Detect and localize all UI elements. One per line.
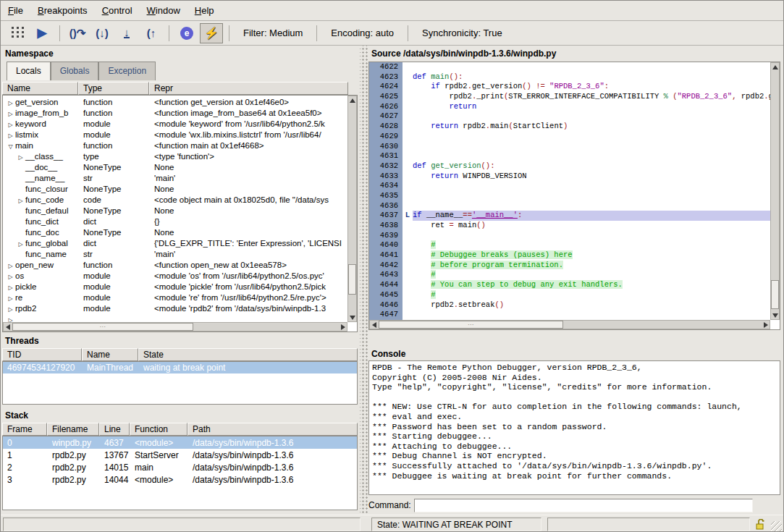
tab-locals[interactable]: Locals: [7, 62, 51, 80]
source-line[interactable]: 4623def main():: [369, 72, 770, 83]
collapse-icon[interactable]: ▽: [6, 143, 15, 150]
expand-icon[interactable]: ▷: [6, 295, 15, 302]
source-line[interactable]: 4624 if rpdb2.get_version() != "RPDB_2_3…: [369, 82, 770, 92]
source-line[interactable]: 4646 rpdb2.setbreak(): [369, 300, 770, 311]
source-line[interactable]: 4639: [369, 231, 770, 241]
namespace-row[interactable]: ▷get_versionfunction<function get_versio…: [3, 96, 348, 107]
column-header-type[interactable]: Type: [78, 82, 149, 95]
scroll-up-icon[interactable]: [350, 96, 355, 103]
source-line[interactable]: 4641 # Debuggee breaks (pauses) here: [369, 250, 770, 261]
source-line[interactable]: 4627: [369, 111, 770, 122]
column-header-path[interactable]: Path: [187, 423, 358, 436]
step-over-button[interactable]: ()↷: [66, 23, 89, 43]
namespace-row[interactable]: ▷picklemodule<module 'pickle' from '/usr…: [3, 281, 348, 292]
tab-globals[interactable]: Globals: [51, 62, 99, 80]
resize-grip[interactable]: [771, 521, 782, 532]
go-button[interactable]: ▶: [30, 23, 54, 43]
synchronicity-button[interactable]: ⚡: [200, 23, 223, 43]
namespace-row[interactable]: ▷listmixmodule<module 'wx.lib.mixins.lis…: [3, 129, 348, 140]
namespace-row[interactable]: ▷open_newfunction<function open_new at 0…: [3, 259, 348, 270]
source-line[interactable]: 4628 return rpdb2.main(StartClient): [369, 122, 770, 132]
scroll-left-icon[interactable]: [369, 322, 376, 328]
column-header-state[interactable]: State: [138, 348, 358, 361]
namespace-hscrollbar[interactable]: ⋯: [3, 322, 347, 332]
namespace-row[interactable]: ▷osmodule<module 'os' from '/usr/lib64/p…: [3, 270, 348, 281]
source-vscrollbar[interactable]: [770, 62, 780, 320]
source-line[interactable]: 4633 return WINPDB_VERSION: [369, 172, 770, 182]
namespace-vscrollbar[interactable]: [347, 96, 357, 322]
thread-row[interactable]: 46974534127920MainThreadwaiting at break…: [3, 362, 357, 373]
source-line[interactable]: 4642 # before program termination.: [369, 261, 770, 271]
source-line[interactable]: 4635: [369, 191, 770, 201]
expand-icon[interactable]: ▷: [6, 122, 15, 128]
namespace-row[interactable]: func_defaulNoneTypeNone: [3, 205, 348, 216]
command-input[interactable]: [414, 499, 753, 512]
namespace-row[interactable]: ▷__class__type<type 'function'>: [3, 151, 348, 161]
stack-frame-row[interactable]: 1rpdb2.py13767StartServer/data/sys/bin/w…: [3, 449, 357, 461]
column-header-frame[interactable]: Frame: [2, 423, 47, 436]
namespace-row[interactable]: ▷rpdb2module<module 'rpdb2' from '/data/…: [3, 303, 348, 313]
namespace-row[interactable]: ▷remodule<module 're' from '/usr/lib64/p…: [3, 292, 348, 303]
namespace-row[interactable]: func_docNoneTypeNone: [3, 227, 348, 237]
namespace-row[interactable]: func_namestr'main': [3, 248, 348, 259]
source-code-area[interactable]: 46224623def main():4624 if rpdb2.get_ver…: [368, 62, 780, 330]
menu-window[interactable]: Window: [140, 2, 187, 19]
source-line[interactable]: 4640 #: [369, 240, 770, 250]
source-line[interactable]: 4625 rpdb2._print(STR_ERROR_INTERFACE_CO…: [369, 92, 770, 102]
column-header-function[interactable]: Function: [130, 423, 187, 436]
source-line[interactable]: 4629: [369, 132, 770, 142]
stack-frame-row[interactable]: 3rpdb2.py14044<module>/data/sys/bin/winp…: [3, 473, 357, 486]
expand-icon[interactable]: ▷: [6, 263, 15, 269]
scroll-right-icon[interactable]: [764, 322, 771, 328]
column-header-filename[interactable]: Filename: [47, 423, 99, 436]
scroll-down-icon[interactable]: [350, 316, 355, 323]
source-line[interactable]: 4622: [369, 62, 770, 72]
stack-frame-row[interactable]: 2rpdb2.py14015main/data/sys/bin/winpdb-1…: [3, 461, 357, 473]
source-line[interactable]: 4638 ret = main(): [369, 221, 770, 231]
encoding-button[interactable]: e: [175, 23, 198, 43]
vertical-splitter[interactable]: [360, 46, 368, 515]
break-button[interactable]: [6, 23, 29, 43]
namespace-row[interactable]: ▷keywordmodule<module 'keyword' from '/u…: [3, 118, 348, 129]
column-header-line[interactable]: Line: [99, 423, 130, 436]
source-hscrollbar[interactable]: ⋯: [369, 320, 770, 329]
source-line[interactable]: 4645 #: [369, 290, 770, 300]
column-header-tid[interactable]: TID: [2, 348, 82, 361]
expand-icon[interactable]: ▷: [6, 100, 15, 106]
namespace-row[interactable]: func_dictdict{}: [3, 216, 348, 227]
source-line[interactable]: 4631: [369, 151, 770, 161]
namespace-row[interactable]: ▽mainfunction<function main at 0x1ef4668…: [3, 140, 348, 151]
column-header-name[interactable]: Name: [2, 82, 78, 95]
expand-icon[interactable]: ▷: [16, 241, 25, 248]
menu-control[interactable]: Control: [95, 2, 140, 19]
menu-breakpoints[interactable]: Breakpoints: [30, 2, 95, 19]
scrollbar-thumb[interactable]: ⋯: [379, 321, 563, 329]
stack-frame-row[interactable]: 0winpdb.py4637<module>/data/sys/bin/winp…: [3, 436, 357, 449]
goto-button[interactable]: ↓: [115, 23, 138, 43]
expand-icon[interactable]: ▷: [6, 306, 15, 313]
namespace-row[interactable]: ▷func_codecode<code object main at 0x180…: [3, 194, 348, 205]
return-button[interactable]: (↑: [140, 23, 163, 43]
namespace-row[interactable]: ▷image_from_bfunction<function image_fro…: [3, 107, 348, 118]
source-line[interactable]: 4630: [369, 142, 770, 152]
menu-file[interactable]: File: [1, 2, 30, 19]
source-line[interactable]: 4637Lif __name__=='__main__':: [369, 211, 770, 221]
step-into-button[interactable]: (↓): [90, 23, 114, 43]
scroll-down-icon[interactable]: [772, 313, 778, 321]
scroll-right-icon[interactable]: [341, 324, 348, 330]
namespace-row[interactable]: func_closurNoneTypeNone: [3, 183, 348, 194]
namespace-row[interactable]: __name__str'main': [3, 172, 348, 183]
expand-icon[interactable]: ▷: [6, 132, 15, 139]
column-header-name[interactable]: Name: [82, 348, 138, 361]
column-header-repr[interactable]: Repr: [149, 82, 348, 95]
source-line[interactable]: 4626 return: [369, 102, 770, 112]
scroll-up-icon[interactable]: [772, 62, 778, 69]
expand-icon[interactable]: ▷: [16, 198, 25, 204]
source-line[interactable]: 4644 # You can step to debug any exit ha…: [369, 280, 770, 290]
source-line[interactable]: 4647: [369, 310, 770, 320]
source-line[interactable]: 4636: [369, 201, 770, 211]
source-line[interactable]: 4634: [369, 181, 770, 191]
expand-icon[interactable]: ▷: [6, 111, 15, 117]
namespace-row[interactable]: ▷func_globaldict{'DLG_EXPR_TITLE': 'Ente…: [3, 237, 348, 248]
scrollbar-thumb[interactable]: [771, 280, 779, 309]
